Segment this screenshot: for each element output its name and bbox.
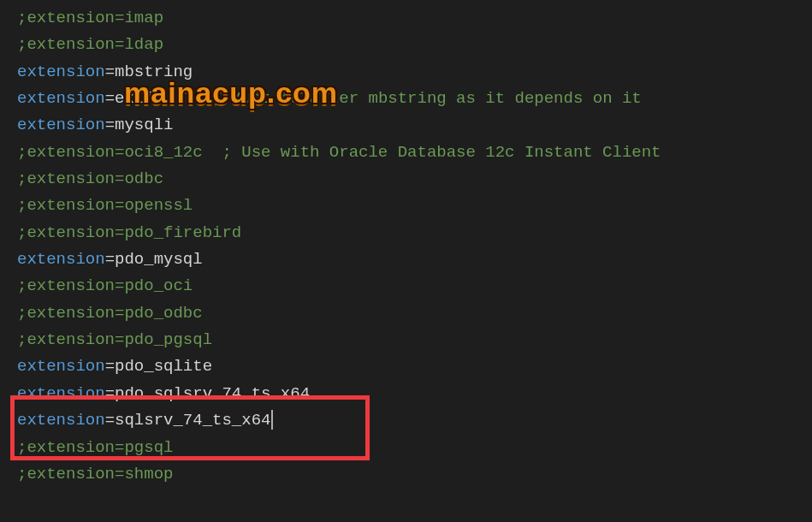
equals-sign: = bbox=[105, 250, 115, 269]
commented-directive: ;extension=oci8_12c ; Use with Oracle Da… bbox=[17, 143, 661, 162]
ini-value: mysqli bbox=[115, 116, 173, 134]
ini-value: sqlsrv_74_ts_x64 bbox=[115, 411, 270, 430]
equals-sign: = bbox=[105, 89, 115, 108]
ini-value: mbstring bbox=[115, 62, 193, 81]
ini-key: extension bbox=[17, 411, 105, 430]
commented-directive: ;extension=pdo_pgsql bbox=[17, 330, 212, 349]
code-line[interactable]: extension=pdo_sqlite bbox=[17, 353, 812, 380]
ini-key: extension bbox=[17, 250, 105, 269]
ini-key: extension bbox=[17, 89, 105, 108]
commented-directive: ;extension=pdo_oci bbox=[17, 276, 193, 295]
code-editor-content[interactable]: ;extension=imap;extension=ldapextension=… bbox=[17, 5, 812, 488]
trailing-comment: ; Must be after mbstring as it depends o… bbox=[154, 89, 642, 108]
code-line[interactable]: ;extension=odbc bbox=[17, 166, 812, 193]
ini-value: pdo_mysql bbox=[115, 250, 203, 269]
commented-directive: ;extension=ldap bbox=[17, 35, 163, 54]
equals-sign: = bbox=[105, 62, 115, 81]
ini-key: extension bbox=[17, 357, 105, 376]
equals-sign: = bbox=[105, 384, 115, 403]
text-cursor bbox=[271, 410, 273, 430]
code-line[interactable]: ;extension=ldap bbox=[17, 32, 812, 58]
code-line[interactable]: extension=mbstring bbox=[17, 59, 812, 86]
ini-value: pdo_sqlsrv_74_ts_x64 bbox=[115, 384, 310, 403]
ini-value: pdo_sqlite bbox=[115, 357, 212, 376]
commented-directive: ;extension=odbc bbox=[17, 169, 163, 188]
commented-directive: ;extension=pdo_odbc bbox=[17, 304, 203, 323]
code-line[interactable]: ;extension=oci8_12c ; Use with Oracle Da… bbox=[17, 139, 812, 166]
commented-directive: ;extension=shmop bbox=[17, 465, 173, 483]
code-line[interactable]: extension=pdo_sqlsrv_74_ts_x64 bbox=[17, 381, 812, 407]
code-line[interactable]: ;extension=imap bbox=[17, 5, 812, 32]
ini-value: exif bbox=[115, 89, 154, 108]
code-line[interactable]: extension=exif ; Must be after mbstring … bbox=[17, 86, 812, 112]
ini-key: extension bbox=[17, 384, 105, 403]
code-line[interactable]: extension=pdo_mysql bbox=[17, 246, 812, 273]
ini-key: extension bbox=[17, 62, 105, 81]
commented-directive: ;extension=openssl bbox=[17, 196, 193, 215]
code-line[interactable]: ;extension=pdo_firebird bbox=[17, 220, 812, 246]
code-line[interactable]: ;extension=pdo_pgsql bbox=[17, 327, 812, 353]
code-line[interactable]: extension=mysqli bbox=[17, 112, 812, 139]
ini-key: extension bbox=[17, 116, 105, 134]
commented-directive: ;extension=imap bbox=[17, 9, 163, 27]
equals-sign: = bbox=[105, 357, 115, 376]
commented-directive: ;extension=pgsql bbox=[17, 438, 173, 457]
code-line[interactable]: ;extension=shmop bbox=[17, 461, 812, 488]
code-line[interactable]: ;extension=pdo_odbc bbox=[17, 300, 812, 327]
code-line[interactable]: ;extension=pdo_oci bbox=[17, 273, 812, 300]
code-line[interactable]: ;extension=pgsql bbox=[17, 435, 812, 461]
equals-sign: = bbox=[105, 116, 115, 134]
commented-directive: ;extension=pdo_firebird bbox=[17, 223, 241, 242]
code-line[interactable]: ;extension=openssl bbox=[17, 193, 812, 219]
code-line[interactable]: extension=sqlsrv_74_ts_x64 bbox=[17, 407, 812, 434]
equals-sign: = bbox=[105, 411, 115, 430]
annotation-arrow bbox=[17, 488, 812, 522]
